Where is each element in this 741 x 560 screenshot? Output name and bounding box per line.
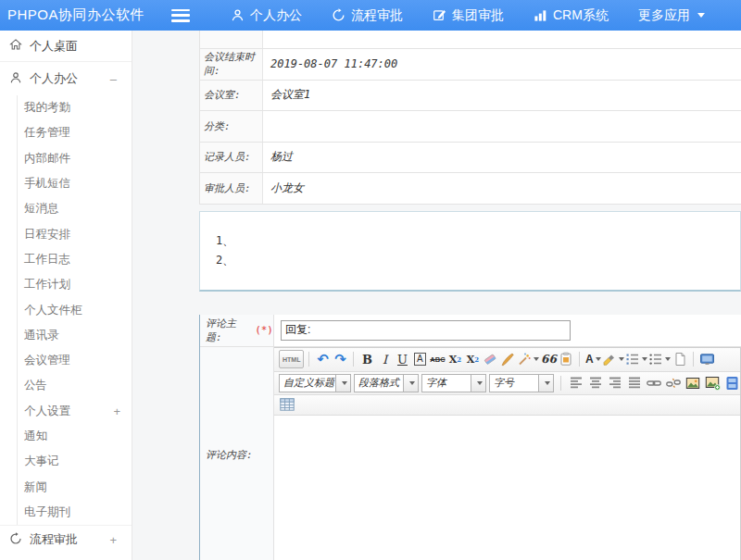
- font-family-dropdown[interactable]: 字体: [421, 374, 486, 392]
- media-icon[interactable]: [723, 374, 740, 392]
- sidebar-item-announcement[interactable]: 公告: [18, 373, 132, 398]
- table-row-approver: 审批人员: 小龙女: [200, 173, 741, 205]
- font-color-icon[interactable]: A: [584, 350, 601, 368]
- heading-style-dropdown[interactable]: 自定义标题: [279, 374, 351, 392]
- comment-subject-input[interactable]: [281, 320, 571, 341]
- underline-icon[interactable]: U: [394, 350, 410, 368]
- expand-icon[interactable]: +: [109, 533, 122, 547]
- caret-down-icon: [335, 375, 350, 392]
- field-value: 会议室1: [263, 81, 741, 111]
- field-label: 分类:: [200, 111, 263, 142]
- font-size-dropdown[interactable]: 字号: [489, 374, 554, 392]
- nav-label: 个人办公: [250, 7, 302, 24]
- new-page-icon[interactable]: [672, 350, 688, 368]
- table-icon[interactable]: [279, 395, 295, 414]
- bold-icon[interactable]: B: [358, 350, 375, 368]
- sidebar-item-workflow-approval[interactable]: 流程审批 +: [0, 525, 132, 554]
- table-row-category: 分类:: [200, 111, 741, 143]
- sidebar-item-label: 个人桌面: [30, 38, 78, 55]
- sidebar-item-label: 个人办公: [30, 70, 78, 87]
- person-icon: [231, 8, 245, 22]
- nav-crm-system[interactable]: CRM系统: [519, 0, 623, 31]
- sidebar-item-contacts[interactable]: 通讯录: [18, 323, 132, 348]
- image-icon[interactable]: [684, 374, 701, 392]
- nav-label: 流程审批: [351, 7, 403, 24]
- subscript-icon[interactable]: X2: [464, 350, 481, 368]
- table-row-meeting-room: 会议室: 会议室1: [200, 81, 741, 112]
- align-left-icon[interactable]: [568, 374, 584, 392]
- format-painter-icon[interactable]: [499, 350, 516, 368]
- sidebar-item-work-plan[interactable]: 工作计划: [18, 272, 132, 297]
- font-box-icon[interactable]: A: [411, 350, 428, 368]
- nav-group-approval[interactable]: 集团审批: [418, 0, 519, 31]
- align-center-icon[interactable]: [587, 374, 604, 392]
- undo-icon[interactable]: ↶: [314, 350, 331, 368]
- content-line: 1、: [216, 231, 740, 251]
- sidebar-item-label: 流程审批: [30, 531, 78, 548]
- sidebar-item-notice[interactable]: 通知: [18, 424, 132, 449]
- caret-down-icon: [697, 13, 705, 18]
- strikethrough-icon[interactable]: ABC: [429, 350, 446, 368]
- required-mark: (*): [255, 324, 273, 336]
- paste-icon[interactable]: [558, 350, 574, 368]
- redo-icon[interactable]: ↷: [332, 350, 348, 368]
- sidebar-item-internal-mail[interactable]: 内部邮件: [18, 146, 132, 171]
- sidebar-item-desktop[interactable]: 个人桌面: [0, 31, 132, 62]
- main-area: 会议结束时间: 2019-08-07 11:47:00 会议室: 会议室1 分类…: [132, 31, 741, 560]
- nav-personal-office[interactable]: 个人办公: [216, 0, 317, 31]
- person-icon: [9, 71, 22, 87]
- sidebar-item-major-events[interactable]: 大事记: [18, 449, 132, 474]
- caret-down-icon: [596, 357, 601, 361]
- sidebar-submenu: 我的考勤 任务管理 内部邮件 手机短信 短消息 日程安排 工作日志 工作计划 个…: [17, 95, 132, 525]
- menu-toggle-icon[interactable]: [171, 9, 190, 22]
- collapse-icon[interactable]: –: [110, 72, 122, 86]
- sidebar-item-meeting-management[interactable]: 会议管理: [18, 348, 132, 373]
- rich-text-editor: HTML ↶ ↷ B I U A ABC X2 X2: [274, 347, 741, 560]
- meeting-content-box: 1、 2、: [199, 211, 741, 292]
- nav-more-apps[interactable]: 更多应用: [623, 0, 720, 31]
- italic-icon[interactable]: I: [376, 350, 393, 368]
- link-icon[interactable]: [646, 374, 662, 392]
- sidebar-item-attendance[interactable]: 我的考勤: [18, 95, 132, 120]
- sidebar-item-mobile-sms[interactable]: 手机短信: [18, 171, 132, 196]
- editor-toolbar-row1: HTML ↶ ↷ B I U A ABC X2 X2: [274, 348, 740, 372]
- caret-down-icon: [642, 357, 647, 361]
- sidebar-item-e-journal[interactable]: 电子期刊: [18, 500, 132, 525]
- sidebar-item-personal-settings[interactable]: 个人设置+: [18, 399, 132, 424]
- align-justify-icon[interactable]: [626, 374, 643, 392]
- eraser-icon[interactable]: [482, 350, 498, 368]
- insert-image-icon[interactable]: [704, 374, 721, 392]
- main-nav: 个人办公 流程审批 集团审批 CRM系统 更多应用: [216, 0, 720, 31]
- sidebar-item-news[interactable]: 新闻: [18, 474, 132, 499]
- caret-down-icon: [619, 357, 624, 361]
- caret-down-icon: [534, 357, 539, 361]
- paragraph-format-dropdown[interactable]: 段落格式: [354, 374, 419, 392]
- sidebar-item-schedule[interactable]: 日程安排: [18, 221, 132, 246]
- field-label: 评论内容:: [200, 347, 274, 560]
- table-row-meeting-end-time: 会议结束时间: 2019-08-07 11:47:00: [200, 49, 741, 81]
- sidebar-item-file-cabinet[interactable]: 个人文件柜: [18, 297, 132, 322]
- sidebar-item-short-message[interactable]: 短消息: [18, 196, 132, 221]
- nav-label: CRM系统: [553, 7, 609, 24]
- magic-wand-icon[interactable]: [517, 350, 539, 368]
- caret-down-icon: [403, 375, 418, 392]
- superscript-icon[interactable]: X2: [446, 350, 463, 368]
- ordered-list-icon[interactable]: [625, 350, 647, 368]
- blockquote-icon[interactable]: 66: [540, 350, 557, 368]
- comment-editor-area[interactable]: [274, 416, 740, 560]
- table-row-recorder: 记录人员: 杨过: [200, 143, 741, 174]
- sidebar-item-tasks[interactable]: 任务管理: [18, 120, 132, 145]
- field-value: [263, 111, 741, 142]
- fullscreen-icon[interactable]: [698, 350, 715, 368]
- html-source-icon[interactable]: HTML: [279, 350, 304, 368]
- unlink-icon[interactable]: [665, 374, 682, 392]
- meeting-detail-table: 会议结束时间: 2019-08-07 11:47:00 会议室: 会议室1 分类…: [199, 31, 741, 205]
- sidebar-item-work-log[interactable]: 工作日志: [18, 247, 132, 272]
- highlight-pen-icon[interactable]: [602, 350, 624, 368]
- comment-subject-row: 评论主题: (*): [200, 315, 741, 347]
- expand-icon[interactable]: +: [113, 404, 132, 418]
- unordered-list-icon[interactable]: [648, 350, 671, 368]
- sidebar-item-personal-office[interactable]: 个人办公 –: [0, 62, 132, 95]
- nav-workflow-approval[interactable]: 流程审批: [317, 0, 418, 31]
- align-right-icon[interactable]: [607, 374, 623, 392]
